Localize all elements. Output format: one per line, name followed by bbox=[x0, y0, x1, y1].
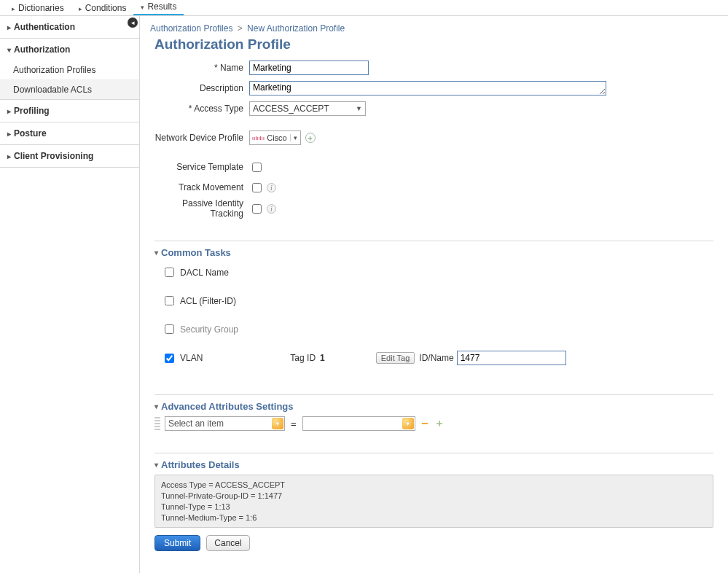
tab-results[interactable]: Results bbox=[133, 0, 184, 15]
label-description: Description bbox=[154, 83, 249, 93]
description-input[interactable]: Marketing bbox=[249, 81, 606, 96]
label-track-movement: Track Movement bbox=[154, 182, 249, 192]
edit-tag-button[interactable]: Edit Tag bbox=[376, 352, 415, 364]
name-input[interactable] bbox=[249, 61, 369, 75]
dacl-name-label: DACL Name bbox=[180, 268, 229, 278]
acl-filter-id-label: ACL (Filter-ID) bbox=[180, 296, 236, 306]
sidebar-item-profiling[interactable]: Profiling bbox=[0, 100, 139, 122]
service-template-checkbox[interactable] bbox=[252, 163, 262, 172]
top-tab-strip: Dictionaries Conditions Results bbox=[0, 0, 728, 16]
cisco-logo-icon: ıılıılıı bbox=[250, 136, 267, 141]
add-row-button[interactable]: ＋ bbox=[434, 418, 445, 429]
passive-identity-tracking-checkbox[interactable] bbox=[252, 204, 262, 214]
access-type-value: ACCESS_ACCEPT bbox=[253, 104, 329, 114]
acl-filter-id-checkbox[interactable] bbox=[165, 296, 174, 305]
remove-row-button[interactable]: − bbox=[420, 418, 430, 429]
label-name: * Name bbox=[154, 63, 249, 73]
tab-label: Conditions bbox=[85, 3, 127, 13]
submit-button[interactable]: Submit bbox=[154, 535, 200, 551]
access-type-select[interactable]: ACCESS_ACCEPT ▼ bbox=[249, 101, 366, 116]
breadcrumb: Authorization Profiles > New Authorizati… bbox=[150, 23, 713, 34]
section-advanced-attributes[interactable]: Advanced Attributes Settings bbox=[154, 401, 713, 412]
chevron-down-icon bbox=[272, 418, 283, 429]
cancel-button[interactable]: Cancel bbox=[206, 535, 249, 551]
attributes-details-box: Access Type = ACCESS_ACCEPT Tunnel-Priva… bbox=[154, 475, 713, 528]
info-icon[interactable]: i bbox=[267, 204, 276, 214]
drag-handle-icon[interactable] bbox=[154, 417, 160, 430]
label-service-template: Service Template bbox=[154, 162, 249, 172]
detail-line: Tunnel-Medium-Type = 1:6 bbox=[161, 512, 707, 523]
chevron-down-icon: ▼ bbox=[356, 105, 362, 112]
main-panel: Authorization Profiles > New Authorizati… bbox=[140, 16, 728, 573]
vlan-id-name-input[interactable] bbox=[457, 351, 566, 365]
tab-label: Results bbox=[147, 1, 176, 12]
breadcrumb-leaf[interactable]: New Authorization Profile bbox=[247, 23, 345, 34]
section-attributes-details[interactable]: Attributes Details bbox=[154, 459, 713, 470]
sidebar: ◂ Authentication Authorization Authoriza… bbox=[0, 16, 140, 573]
breadcrumb-sep: > bbox=[235, 23, 245, 34]
sidebar-item-authentication[interactable]: Authentication bbox=[0, 16, 139, 38]
label-network-device-profile: Network Device Profile bbox=[154, 133, 249, 143]
security-group-label: Security Group bbox=[180, 324, 238, 335]
tag-id-label: Tag ID bbox=[290, 353, 316, 363]
label-access-type: * Access Type bbox=[154, 104, 249, 114]
security-group-checkbox[interactable] bbox=[165, 324, 174, 334]
add-network-device-profile-button[interactable]: ＋ bbox=[305, 133, 316, 143]
track-movement-checkbox[interactable] bbox=[252, 183, 262, 192]
breadcrumb-root[interactable]: Authorization Profiles bbox=[150, 23, 232, 34]
vlan-label: VLAN bbox=[180, 353, 203, 363]
detail-line: Tunnel-Type = 1:13 bbox=[161, 502, 707, 512]
sidebar-item-posture[interactable]: Posture bbox=[0, 122, 139, 144]
attribute-value-select[interactable] bbox=[302, 416, 415, 431]
dacl-name-checkbox[interactable] bbox=[165, 268, 174, 277]
tab-conditions[interactable]: Conditions bbox=[71, 0, 134, 15]
sidebar-item-authorization[interactable]: Authorization bbox=[0, 39, 139, 61]
chevron-down-icon: ▾ bbox=[290, 134, 300, 141]
detail-line: Tunnel-Private-Group-ID = 1:1477 bbox=[161, 491, 707, 502]
attribute-value-placeholder bbox=[303, 423, 402, 424]
detail-line: Access Type = ACCESS_ACCEPT bbox=[161, 480, 707, 491]
sidebar-item-authorization-profiles[interactable]: Authorization Profiles bbox=[0, 61, 139, 79]
sidebar-collapse-button[interactable]: ◂ bbox=[128, 17, 138, 28]
info-icon[interactable]: i bbox=[267, 183, 276, 192]
page-title: Authorization Profile bbox=[154, 36, 713, 52]
sidebar-item-client-provisioning[interactable]: Client Provisioning bbox=[0, 145, 139, 167]
tag-id-value: 1 bbox=[320, 353, 325, 363]
tab-dictionaries[interactable]: Dictionaries bbox=[4, 0, 71, 15]
id-name-label: ID/Name bbox=[419, 353, 453, 363]
tab-label: Dictionaries bbox=[18, 3, 64, 13]
network-device-profile-select[interactable]: ıılıılıı Cisco ▾ bbox=[249, 130, 301, 145]
equals-sign: = bbox=[289, 418, 298, 429]
attribute-key-select[interactable]: Select an item bbox=[165, 416, 285, 431]
chevron-down-icon bbox=[402, 418, 414, 429]
network-device-profile-value: Cisco bbox=[267, 133, 290, 142]
label-passive-identity-tracking: Passive Identity Tracking bbox=[154, 198, 249, 219]
sidebar-item-downloadable-acls[interactable]: Downloadable ACLs bbox=[0, 79, 139, 99]
vlan-checkbox[interactable] bbox=[165, 354, 174, 363]
section-common-tasks[interactable]: Common Tasks bbox=[154, 247, 713, 258]
attribute-key-placeholder: Select an item bbox=[165, 418, 272, 429]
